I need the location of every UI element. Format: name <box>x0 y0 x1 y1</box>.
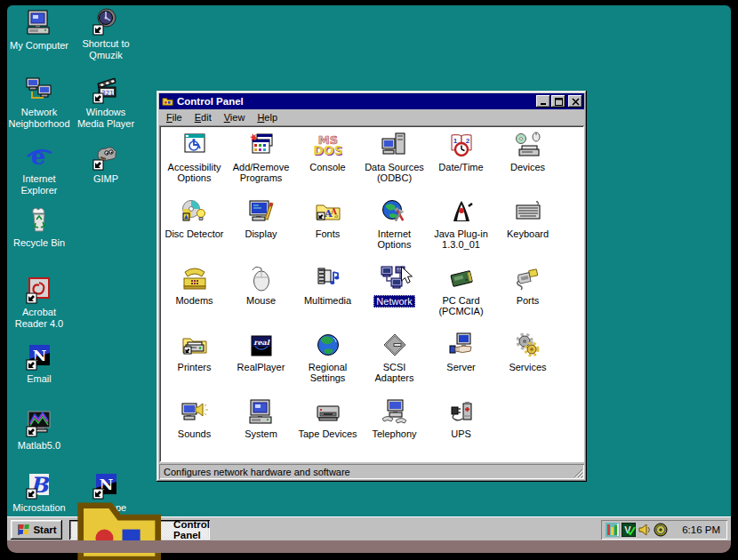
applet-label: System <box>243 428 279 439</box>
volume-icon[interactable] <box>638 523 652 537</box>
desktop-icon-label: Recycle Bin <box>13 237 65 249</box>
scsi-icon <box>381 332 409 360</box>
applet-disc-detector[interactable]: Disc Detector <box>161 196 228 262</box>
system-tray: V 6:16 PM <box>601 520 727 540</box>
desktop-icon-recycle-bin[interactable]: Recycle Bin <box>5 206 73 249</box>
applet-network[interactable]: Network <box>361 262 428 329</box>
applet-server[interactable]: Server <box>428 329 494 396</box>
ports-icon <box>514 265 542 293</box>
applet-fonts[interactable]: AAaFonts <box>294 196 361 262</box>
disc-detector-icon <box>180 198 209 227</box>
crt-screen: { "colors":{"desktop":"#0f8282","titleba… <box>0 0 738 560</box>
applet-console[interactable]: MSDOSDOSConsole <box>294 129 361 196</box>
resize-grip[interactable] <box>573 468 583 478</box>
internet-explorer-icon: e <box>25 142 53 171</box>
console-icon: MSDOSDOS <box>314 132 342 160</box>
applet-accessibility-options[interactable]: Accessibility Options <box>161 129 228 196</box>
taskbar: Start Control Panel V 6:16 PM <box>7 516 731 540</box>
desktop-icon-label: Email <box>27 373 52 385</box>
applet-label: Keyboard <box>505 228 550 239</box>
status-text: Configures network hardware and software <box>164 467 350 477</box>
maximize-button[interactable] <box>551 95 566 108</box>
applet-label: Fonts <box>314 228 342 239</box>
applet-internet-options[interactable]: Internet Options <box>361 196 428 262</box>
applet-tape-devices[interactable]: Tape Devices <box>294 396 361 462</box>
applet-label: RealPlayer <box>236 362 287 372</box>
applet-printers[interactable]: Printers <box>161 329 228 396</box>
desktop-icon-label: Shortcut to Qmuzik <box>75 38 137 61</box>
applet-label: Accessibility Options <box>161 162 228 183</box>
my-computer-icon <box>25 9 53 37</box>
accessibility-icon <box>180 132 209 160</box>
desktop-icon-email[interactable]: NEmail <box>5 342 73 385</box>
virus-scanner-icon[interactable]: V <box>622 523 636 537</box>
applet-java-plug-in-1-3-0-01[interactable]: Java Plug-in 1.3.0_01 <box>428 196 494 262</box>
task-button-control-panel[interactable]: Control Panel <box>69 520 210 540</box>
applet-date-time[interactable]: 12Date/Time <box>428 129 494 196</box>
clock[interactable]: 6:16 PM <box>670 524 727 535</box>
applet-label: Tape Devices <box>296 428 358 439</box>
desktop-icon-shortcut-to-qmuzik[interactable]: Shortcut to Qmuzik <box>72 7 140 61</box>
desktop-icon-gimp[interactable]: GIMP <box>72 142 140 185</box>
desktop-icon-network-neighborhood[interactable]: Network Neighborhood <box>5 76 73 130</box>
desktop-icon-matlab5-0[interactable]: Matlab5.0 <box>5 409 73 452</box>
minimize-button[interactable] <box>536 95 550 108</box>
applet-ups[interactable]: UPS <box>428 396 494 462</box>
printers-icon <box>180 332 209 360</box>
applet-services[interactable]: Services <box>494 329 561 396</box>
desktop-icon-my-computer[interactable]: My Computer <box>5 9 73 52</box>
applet-realplayer[interactable]: realRealPlayer <box>228 329 294 396</box>
applet-label: SCSI Adapters <box>361 362 428 383</box>
menu-help[interactable]: Help <box>251 111 284 124</box>
display-adapter-icon[interactable] <box>654 523 668 537</box>
applet-mouse[interactable]: Mouse <box>228 262 294 329</box>
start-button[interactable]: Start <box>11 520 62 540</box>
applet-ports[interactable]: Ports <box>494 262 561 329</box>
acrobat-icon <box>25 276 53 304</box>
tray-icon-group: V <box>606 523 668 537</box>
applet-add-remove-programs[interactable]: Add/Remove Programs <box>228 129 294 196</box>
desktop-icon-acrobat-reader-4-0[interactable]: Acrobat Reader 4.0 <box>5 276 73 330</box>
menu-bar: FileEditViewHelp <box>159 109 584 125</box>
netscape-mail-icon: N <box>25 342 53 371</box>
applet-keyboard[interactable]: Keyboard <box>494 196 561 262</box>
microstation-icon: B <box>25 471 53 500</box>
recycle-bin-icon <box>25 206 53 235</box>
applet-display[interactable]: Display <box>228 196 294 262</box>
applet-label: Console <box>308 162 347 172</box>
applet-label: Ports <box>515 295 541 306</box>
desktop: My ComputerShortcut to QmuzikNetwork Nei… <box>7 5 731 516</box>
applet-data-sources-odbc[interactable]: Data Sources (ODBC) <box>361 129 428 196</box>
applet-multimedia[interactable]: Multimedia <box>294 262 361 329</box>
menu-edit[interactable]: Edit <box>189 111 218 124</box>
close-button[interactable] <box>568 95 582 108</box>
system-icon <box>247 398 276 427</box>
applet-modems[interactable]: Modems <box>161 262 228 329</box>
desktop-icon-windows-media-player[interactable]: 321Windows Media Player <box>72 76 140 130</box>
performance-meter-icon[interactable] <box>606 523 620 537</box>
applet-telephony[interactable]: Telephony <box>361 396 428 462</box>
applet-sounds[interactable]: Sounds <box>161 396 228 462</box>
telephony-icon <box>381 398 409 427</box>
keyboard-icon <box>514 198 542 227</box>
menu-view[interactable]: View <box>218 111 252 124</box>
desktop-icon-internet-explorer[interactable]: eInternet Explorer <box>5 142 73 196</box>
display-icon <box>247 198 276 227</box>
applet-regional-settings[interactable]: Regional Settings <box>294 329 361 396</box>
applet-devices[interactable]: Devices <box>494 129 561 196</box>
odbc-icon <box>381 132 409 160</box>
monitor-bezel <box>7 540 731 553</box>
modems-icon <box>180 265 209 293</box>
fonts-icon: AAa <box>314 198 342 227</box>
window-titlebar[interactable]: Control Panel <box>159 93 584 109</box>
server-icon <box>447 332 476 360</box>
desktop-icon-label: Acrobat Reader 4.0 <box>8 307 70 330</box>
applet-system[interactable]: System <box>228 396 294 462</box>
applet-pc-card-pcmcia[interactable]: PC Card (PCMCIA) <box>428 262 494 329</box>
applet-scsi-adapters[interactable]: SCSI Adapters <box>361 329 428 396</box>
menu-file[interactable]: File <box>160 111 189 124</box>
svg-text:DOS: DOS <box>314 143 342 157</box>
applet-label: Regional Settings <box>294 362 361 383</box>
applet-grid: Accessibility OptionsAdd/Remove Programs… <box>159 125 584 462</box>
desktop-icon-microstation[interactable]: BMicrostation <box>5 471 73 514</box>
